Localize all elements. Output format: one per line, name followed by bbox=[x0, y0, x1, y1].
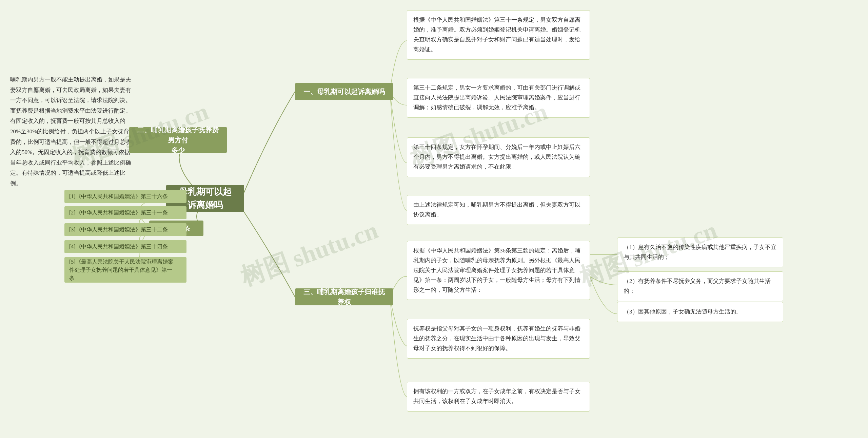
sub-branch-s2: [2]《中华人民共和国婚姻法》第三十一条 bbox=[64, 206, 186, 219]
right-text-box-6: 抚养权是指父母对其子女的一项身权利，抚养有婚生的抚养与非婚生的抚养之分，在现实生… bbox=[407, 319, 590, 359]
far-right-box-2: （2）有抚养条件不尽抚养义务，而父方要求子女随其生活的； bbox=[617, 271, 783, 301]
sub-branch-s1: [1]《中华人民共和国婚姻法》第三十六条 bbox=[64, 190, 186, 203]
sub-branch-s3: [3]《中华人民共和国婚姻法》第三十二条 bbox=[64, 223, 186, 236]
sub-branch-s4: [4]《中华人民共和国婚姻法》第三十四条 bbox=[64, 240, 186, 253]
right-text-box-5: 根据《中华人民共和国婚姻法》第36条第三款的规定：离婚后，哺乳期内的子女，以随哺… bbox=[407, 241, 590, 300]
sub-branch-s5: [5]《最高人民法院关于人民法院审理离婚案 件处理子女抚养问题的若干具体意见》第… bbox=[64, 257, 186, 283]
right-text-box-7: 拥有该权利的一方或双方，在子女成年之前，有权决定是否与子女共同生活，该权利在子女… bbox=[407, 382, 590, 412]
branch-node-1: 一、母乳期可以起诉离婚吗 bbox=[295, 83, 393, 100]
right-text-box-3: 第三十四条规定，女方在怀孕期间、分娩后一年内或中止妊娠后六个月内，男方不得提出离… bbox=[407, 137, 590, 177]
far-right-box-3: （3）因其他原因，子女确无法随母方生活的。 bbox=[617, 302, 783, 322]
branch-node-4: 三、哺乳期离婚孩子归谁抚养权 bbox=[295, 288, 393, 305]
right-text-box-1: 根据《中华人民共和国婚姻法》第三十一条规定，男女双方自愿离婚的，准予离婚。双方必… bbox=[407, 10, 590, 60]
left-text-box: 哺乳期内男方一般不能主动提出离婚，如果是夫妻双方自愿离婚，可去民政局离婚，如果夫… bbox=[10, 75, 132, 189]
canvas: 树图 shutu.cn 树图 shutu.cn 树图 shutu.cn 树图 s… bbox=[0, 0, 868, 438]
right-text-box-2: 第三十二条规定，男女一方要求离婚的，可由有关部门进行调解或直接向人民法院提出离婚… bbox=[407, 78, 590, 118]
far-right-box-1: （1）患有久治不愈的传染性疾病或其他严重疾病，子女不宜与其共同生活的； bbox=[617, 237, 783, 267]
branch-node-2: 二、哺乳期离婚孩子抚养费男方付 多少 bbox=[129, 127, 227, 153]
watermark-3: 树图 shutu.cn bbox=[236, 214, 382, 293]
right-text-box-4: 由上述法律规定可知，哺乳期男方不得提出离婚，但夫妻双方可以协议离婚。 bbox=[407, 195, 590, 225]
